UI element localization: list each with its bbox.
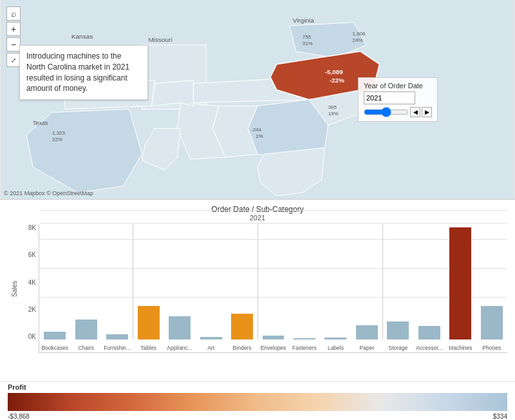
chart-divider-line — [133, 224, 133, 339]
bar-8: Fasteners — [294, 338, 315, 339]
profit-bar-container: -$3,868 $334 — [8, 393, 507, 411]
bar-group-paper: Paper — [351, 224, 382, 339]
bar-5: Art — [200, 337, 222, 339]
bar-label-12: Accessor... — [416, 345, 443, 351]
map-attribution: © 2021 Mapbox © OpenStreetMap — [4, 190, 93, 196]
y-label-4k: 4K — [28, 279, 36, 286]
chart-title: Order Date / Sub-Category — [8, 205, 507, 214]
bar-label-9: Labels — [328, 345, 344, 351]
svg-text:-22%: -22% — [330, 77, 344, 84]
bar-group-storage: Storage — [382, 224, 413, 339]
bar-group-phones: Phones — [476, 224, 507, 339]
svg-text:-5,089: -5,089 — [325, 68, 344, 75]
svg-text:19%: 19% — [328, 111, 339, 117]
profit-gradient-bar — [8, 393, 507, 411]
bar-group-accessor: Accessor... — [414, 224, 445, 339]
svg-text:31%: 31% — [303, 41, 313, 46]
bar-label-10: Paper — [360, 345, 375, 351]
bar-group-fasteners: Fasteners — [289, 224, 320, 339]
chart-section: Order Date / Sub-Category 2021 Sales 8K … — [0, 200, 515, 381]
profit-max-label: $334 — [493, 413, 507, 420]
tooltip-text: Introducing machines to the North Caroli… — [26, 52, 129, 93]
svg-text:755: 755 — [303, 34, 312, 40]
map-section: Kansas Missouri Virginia Texas -5,089 -2… — [0, 0, 515, 200]
y-label-8k: 8K — [28, 224, 36, 231]
bar-label-0: Bookcases — [41, 345, 68, 351]
profit-label: Profit — [8, 383, 507, 391]
y-label-6k: 6K — [28, 251, 36, 258]
year-prev-btn[interactable]: ◀ — [410, 107, 420, 117]
chart-divider-line — [258, 224, 258, 339]
bar-13: Machines — [449, 227, 471, 339]
svg-text:24%: 24% — [353, 37, 363, 43]
bar-12: Accessor... — [418, 326, 440, 339]
svg-text:395: 395 — [328, 104, 337, 110]
year-filter: Year of Order Date ◀ ▶ — [358, 77, 438, 122]
y-label-2k: 2K — [28, 306, 36, 313]
svg-text:-244: -244 — [251, 127, 262, 133]
svg-text:Kansas: Kansas — [71, 33, 93, 40]
bar-group-tables: Tables — [133, 224, 164, 339]
bar-3: Tables — [138, 306, 160, 339]
y-axis: 8K 6K 4K 2K 0K — [21, 224, 39, 353]
bar-label-1: Chairs — [78, 345, 94, 351]
bar-group-binders: Binders — [227, 224, 258, 339]
svg-text:1,323: 1,323 — [52, 130, 66, 136]
bar-group-applianc: Applianc... — [164, 224, 195, 339]
bar-group-chairs: Chairs — [70, 224, 101, 339]
chart-subtitle: 2021 — [8, 214, 507, 222]
svg-text:22%: 22% — [52, 137, 62, 142]
svg-text:1%: 1% — [256, 133, 263, 139]
bar-label-7: Envelopes — [261, 345, 286, 351]
bar-0: Bookcases — [44, 332, 66, 339]
bar-group-envelopes: Envelopes — [258, 224, 288, 339]
svg-text:Texas: Texas — [33, 120, 48, 126]
bar-group-furnishin: Furnishin... — [102, 224, 133, 339]
bar-label-14: Phones — [482, 345, 501, 351]
bar-group-bookcases: Bookcases — [39, 224, 70, 339]
profit-min-label: -$3,868 — [8, 413, 30, 420]
bar-2: Furnishin... — [106, 334, 128, 339]
bars-container: BookcasesChairsFurnishin...TablesApplian… — [39, 224, 507, 353]
svg-marker-12 — [152, 81, 194, 106]
year-input[interactable] — [364, 91, 415, 104]
map-controls: ⌕ + − ⤢ — [6, 6, 21, 67]
year-slider[interactable] — [364, 108, 409, 117]
bar-group-machines: Machines — [445, 224, 476, 339]
y-label-0k: 0K — [28, 333, 36, 340]
bar-label-3: Tables — [140, 345, 156, 351]
profit-section: Profit -$3,868 $334 — [0, 381, 515, 420]
bar-label-6: Binders — [233, 345, 252, 351]
bar-label-5: Art — [207, 345, 214, 351]
bar-label-8: Fasteners — [292, 345, 317, 351]
svg-text:Missouri: Missouri — [149, 36, 173, 43]
map-tooltip: Introducing machines to the North Caroli… — [19, 45, 148, 100]
svg-text:Virginia: Virginia — [293, 17, 314, 24]
y-axis-title: Sales — [11, 280, 18, 296]
map-search-btn[interactable]: ⌕ — [6, 6, 21, 21]
bar-label-13: Machines — [449, 345, 472, 351]
bar-1: Chairs — [75, 320, 97, 339]
map-expand-btn[interactable]: ⤢ — [6, 53, 21, 67]
map-zoom-out-btn[interactable]: − — [6, 37, 21, 52]
map-zoom-in-btn[interactable]: + — [6, 22, 21, 36]
bar-label-11: Storage — [388, 345, 407, 351]
bar-10: Paper — [356, 325, 378, 339]
bar-9: Labels — [324, 338, 346, 339]
bar-6: Binders — [231, 314, 253, 339]
year-filter-label: Year of Order Date — [364, 82, 432, 90]
year-next-btn[interactable]: ▶ — [422, 107, 432, 117]
bar-14: Phones — [481, 306, 503, 339]
svg-text:1,806: 1,806 — [353, 31, 366, 37]
bar-label-4: Applianc... — [167, 345, 192, 351]
bar-7: Envelopes — [263, 336, 285, 339]
bar-11: Storage — [387, 321, 409, 339]
chart-divider-line — [382, 224, 383, 339]
bar-group-labels: Labels — [320, 224, 351, 339]
bar-label-2: Furnishin... — [104, 345, 131, 351]
bar-4: Applianc... — [169, 316, 191, 339]
bar-group-art: Art — [195, 224, 226, 339]
